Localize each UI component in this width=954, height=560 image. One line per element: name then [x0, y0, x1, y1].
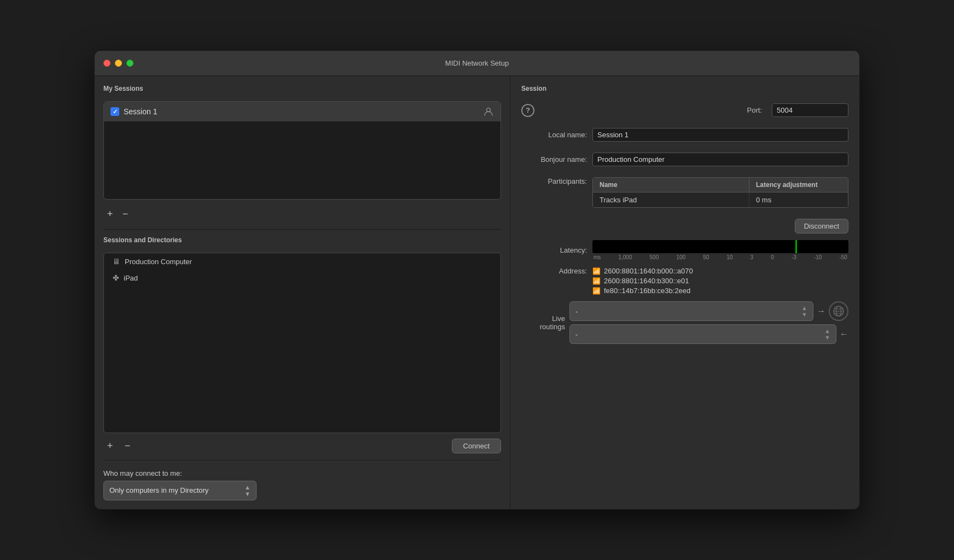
session-list: Session 1	[103, 101, 501, 200]
routing-row-2: - ▲ ▼ ←	[569, 324, 848, 344]
wifi-icon-1: 📶	[592, 267, 601, 275]
address-list: 📶 2600:8801:1640:b000::a070 📶 2600:8801:…	[592, 267, 693, 295]
address-row-3: 📶 fe80::14b7:16bb:ce3b:2eed	[592, 287, 693, 295]
session-toolbar: + −	[103, 205, 501, 223]
participants-table: Name Latency adjustment Tracks iPad 0 ms	[592, 177, 848, 208]
routing-in-arrows-icon: ▲ ▼	[824, 328, 830, 341]
who-dropdown[interactable]: Only computers in my Directory ▲ ▼	[103, 481, 257, 500]
port-input[interactable]	[772, 103, 848, 117]
disconnect-button[interactable]: Disconnect	[795, 219, 848, 234]
wifi-icon-3: 📶	[592, 287, 601, 295]
remove-session-button[interactable]: −	[119, 207, 132, 220]
traffic-lights	[103, 60, 133, 67]
address-value-1: 2600:8801:1640:b000::a070	[604, 267, 693, 275]
table-col-name: Name	[593, 178, 749, 192]
dir-item-production-computer[interactable]: 🖥 Production Computer	[104, 253, 501, 270]
zoom-button[interactable]	[126, 60, 133, 67]
connect-button[interactable]: Connect	[452, 439, 501, 453]
routing-in-label: -	[575, 330, 578, 339]
add-directory-button[interactable]: +	[103, 439, 117, 452]
local-name-label: Local name:	[521, 131, 587, 139]
live-routings-section: Live routings - ▲ ▼ →	[521, 301, 848, 344]
table-row[interactable]: Tracks iPad 0 ms	[593, 192, 848, 207]
local-name-row: Local name:	[521, 128, 848, 142]
bonjour-name-label: Bonjour name:	[521, 155, 587, 164]
port-label: Port:	[747, 106, 762, 114]
address-value-2: 2600:8801:1640:b300::e01	[604, 277, 689, 285]
window-title: MIDI Network Setup	[445, 59, 509, 67]
who-dropdown-label: Only computers in my Directory	[109, 486, 208, 494]
user-icon	[483, 106, 494, 117]
latency-label: Latency:	[521, 246, 587, 254]
latency-scale-10: 10	[726, 254, 732, 260]
latency-scale-neg10: -10	[814, 254, 822, 260]
who-label: Who may connect to me:	[103, 469, 501, 477]
dir-item-label: Production Computer	[125, 258, 192, 266]
routing-row-1: - ▲ ▼ →	[569, 301, 848, 321]
minimize-button[interactable]	[115, 60, 122, 67]
close-button[interactable]	[103, 60, 110, 67]
table-header: Name Latency adjustment	[593, 178, 848, 192]
latency-scale-50: 50	[703, 254, 709, 260]
address-row-2: 📶 2600:8801:1640:b300::e01	[592, 277, 693, 285]
dir-item-label: iPad	[124, 274, 138, 282]
session-section-label: Session	[521, 85, 848, 92]
address-row-1: 📶 2600:8801:1640:b000::a070	[592, 267, 693, 275]
routings-dropdowns: - ▲ ▼ →	[569, 301, 848, 344]
routing-select-out[interactable]: - ▲ ▼	[569, 301, 813, 321]
live-routings-label: Live routings	[521, 314, 565, 331]
main-content: My Sessions Session 1 + −	[95, 76, 859, 509]
dir-item-ipad[interactable]: ✤ iPad	[104, 270, 501, 286]
globe-icon	[829, 301, 848, 321]
bonjour-name-input[interactable]	[592, 153, 848, 166]
app-window: MIDI Network Setup My Sessions Session 1	[94, 50, 860, 510]
divider-1	[103, 229, 501, 230]
divider-2	[103, 460, 501, 460]
wifi-icon-2: 📶	[592, 277, 601, 285]
local-name-input[interactable]	[592, 128, 848, 142]
routing-out-arrows-icon: ▲ ▼	[801, 305, 807, 318]
address-value-3: fe80::14b7:16bb:ce3b:2eed	[604, 287, 690, 295]
latency-scale-neg50: -50	[839, 254, 847, 260]
my-sessions-label: My Sessions	[103, 85, 501, 92]
latency-indicator	[795, 240, 797, 253]
directory-list: 🖥 Production Computer ✤ iPad	[103, 253, 501, 433]
address-section: Address: 📶 2600:8801:1640:b000::a070 📶 2…	[521, 267, 848, 295]
latency-bar	[592, 240, 848, 253]
routing-out-label: -	[575, 307, 578, 316]
sessions-directories-label: Sessions and Directories	[103, 236, 501, 244]
arrow-left-icon: ←	[840, 329, 848, 339]
titlebar: MIDI Network Setup	[95, 51, 859, 76]
participants-row: Participants: Name Latency adjustment Tr…	[521, 177, 848, 208]
latency-scale-0: 0	[771, 254, 774, 260]
remove-directory-button[interactable]: −	[121, 439, 134, 452]
directory-toolbar: + − Connect	[103, 439, 501, 453]
address-label: Address:	[521, 267, 587, 275]
participants-label: Participants:	[521, 177, 587, 185]
session-item[interactable]: Session 1	[104, 102, 501, 122]
routing-select-in[interactable]: - ▲ ▼	[569, 324, 836, 344]
add-session-button[interactable]: +	[103, 207, 117, 220]
disconnect-row: Disconnect	[521, 219, 848, 234]
latency-scale-500: 500	[650, 254, 659, 260]
who-dropdown-arrows-icon: ▲ ▼	[245, 484, 251, 497]
participant-latency: 0 ms	[749, 192, 848, 207]
latency-section: Latency: ms 1,000 500 100 50 10 3 0 -	[521, 240, 848, 260]
table-col-latency: Latency adjustment	[749, 178, 848, 192]
session-checkbox[interactable]	[110, 107, 119, 116]
right-panel: Session ? Port: Local name: Bonjour name…	[510, 76, 859, 509]
session-name: Session 1	[124, 107, 479, 116]
ipad-icon: ✤	[113, 273, 119, 282]
latency-scale-3: 3	[751, 254, 754, 260]
latency-scale-1000: 1,000	[618, 254, 632, 260]
latency-scale: ms 1,000 500 100 50 10 3 0 -3 -10 -50	[592, 254, 848, 260]
computer-icon: 🖥	[113, 257, 120, 266]
bonjour-name-row: Bonjour name:	[521, 153, 848, 166]
help-icon[interactable]: ?	[521, 104, 534, 117]
left-panel: My Sessions Session 1 + −	[95, 76, 510, 509]
latency-scale-neg3: -3	[792, 254, 796, 260]
latency-ms-unit: ms	[594, 254, 601, 260]
latency-scale-100: 100	[676, 254, 685, 260]
port-row: ? Port:	[521, 103, 848, 117]
arrow-right-icon: →	[817, 306, 825, 316]
